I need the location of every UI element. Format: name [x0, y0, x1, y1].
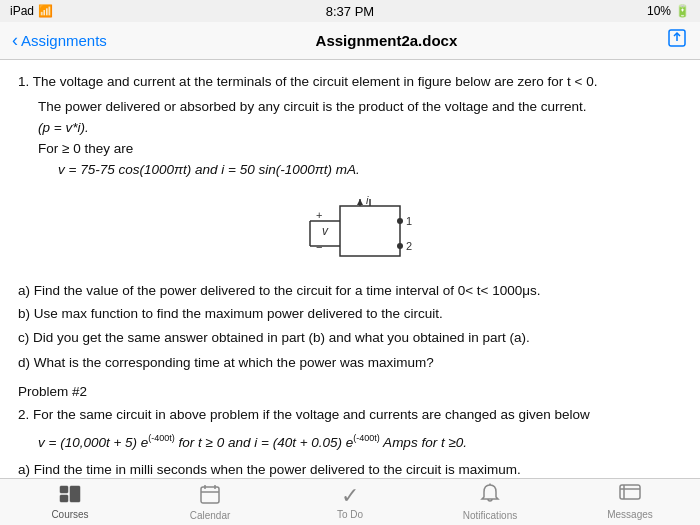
- tab-bar: Courses Calendar ✓ To Do Notifications: [0, 478, 700, 525]
- q1-formula2-block: v = 75-75 cos(1000πt) and i = 50 sin(-10…: [18, 160, 682, 181]
- q2-exp2: (-400t): [353, 433, 380, 443]
- q1-line2: The power delivered or absorbed by any c…: [38, 99, 587, 114]
- wifi-icon: 📶: [38, 4, 53, 18]
- q1-header: 1. The voltage and current at the termin…: [18, 72, 682, 93]
- courses-icon: [58, 484, 82, 507]
- q1b: b) Use max function to find the maximum …: [18, 304, 682, 325]
- circuit-svg: + − v i 1 2: [270, 191, 430, 271]
- q1-formula1-block: (p = v*i).: [18, 118, 682, 139]
- q1a: a) Find the value of the power delivered…: [18, 281, 682, 302]
- q2-line: For the same circuit in above problem if…: [33, 407, 590, 422]
- messages-label: Messages: [607, 509, 653, 520]
- q2-intro: 2. For the same circuit in above problem…: [18, 405, 682, 426]
- svg-point-12: [397, 218, 403, 224]
- q1-condition: For ≥ 0 they are: [38, 141, 133, 156]
- q2-formula-base: v = (10,000t + 5) e: [38, 435, 148, 450]
- back-chevron-icon: ‹: [12, 30, 18, 51]
- svg-text:v: v: [322, 224, 329, 238]
- svg-text:2: 2: [406, 240, 412, 252]
- svg-rect-18: [60, 495, 68, 502]
- status-right: 10% 🔋: [647, 4, 690, 18]
- svg-text:i: i: [366, 194, 369, 206]
- battery-label: 10%: [647, 4, 671, 18]
- svg-marker-10: [357, 199, 363, 205]
- svg-rect-2: [340, 206, 400, 256]
- tab-courses[interactable]: Courses: [0, 479, 140, 525]
- notifications-icon: [480, 483, 500, 508]
- q1-number: 1.: [18, 74, 29, 89]
- q2a: a) Find the time in milli seconds when t…: [18, 460, 682, 478]
- q2-exp1: (-400t): [148, 433, 175, 443]
- svg-point-14: [397, 243, 403, 249]
- q1-formula2: v = 75-75 cos(1000πt) and i = 50 sin(-10…: [58, 162, 360, 177]
- status-time: 8:37 PM: [326, 4, 374, 19]
- device-label: iPad: [10, 4, 34, 18]
- status-left: iPad 📶: [10, 4, 53, 18]
- q1d: d) What is the corresponding time at whi…: [18, 353, 682, 374]
- q2-number: 2.: [18, 407, 29, 422]
- q1-line1: The voltage and current at the terminals…: [33, 74, 598, 89]
- question-1: 1. The voltage and current at the termin…: [18, 72, 682, 374]
- svg-text:+: +: [316, 209, 322, 221]
- q2-formula-end: Amps for t ≥0.: [380, 435, 467, 450]
- q2-formula-mid: for t ≥ 0 and i = (40t + 0.05) e: [175, 435, 354, 450]
- svg-rect-17: [60, 486, 68, 493]
- problem2-header: Problem #2: [18, 382, 682, 403]
- q2-formula-block: v = (10,000t + 5) e(-400t) for t ≥ 0 and…: [38, 432, 682, 453]
- svg-text:−: −: [316, 241, 322, 253]
- calendar-icon: [199, 483, 221, 508]
- q1-line2-block: The power delivered or absorbed by any c…: [18, 97, 682, 118]
- nav-bar: ‹ Assignments Assignment2a.docx: [0, 22, 700, 60]
- svg-rect-25: [620, 485, 640, 499]
- battery-icon: 🔋: [675, 4, 690, 18]
- q1-condition-block: For ≥ 0 they are: [18, 139, 682, 160]
- tab-calendar[interactable]: Calendar: [140, 479, 280, 525]
- q2-block: 2. For the same circuit in above problem…: [18, 405, 682, 478]
- status-bar: iPad 📶 8:37 PM 10% 🔋: [0, 0, 700, 22]
- q2-sub-questions: a) Find the time in milli seconds when t…: [18, 460, 682, 478]
- q1-formula1: (p = v*i).: [38, 120, 89, 135]
- circuit-diagram: + − v i 1 2: [18, 191, 682, 271]
- todo-icon: ✓: [341, 485, 359, 507]
- q1c: c) Did you get the same answer obtained …: [18, 328, 682, 349]
- svg-rect-20: [201, 487, 219, 503]
- share-button[interactable]: [666, 27, 688, 54]
- courses-label: Courses: [51, 509, 88, 520]
- tab-messages[interactable]: Messages: [560, 479, 700, 525]
- tab-notifications[interactable]: Notifications: [420, 479, 560, 525]
- svg-text:1: 1: [406, 215, 412, 227]
- svg-rect-19: [70, 486, 80, 502]
- calendar-label: Calendar: [190, 510, 231, 521]
- document-content: 1. The voltage and current at the termin…: [0, 60, 700, 478]
- q1-sub-questions: a) Find the value of the power delivered…: [18, 281, 682, 375]
- notifications-label: Notifications: [463, 510, 517, 521]
- back-label: Assignments: [21, 32, 107, 49]
- back-button[interactable]: ‹ Assignments: [12, 30, 107, 51]
- todo-label: To Do: [337, 509, 363, 520]
- messages-icon: [619, 484, 641, 507]
- tab-todo[interactable]: ✓ To Do: [280, 479, 420, 525]
- nav-title: Assignment2a.docx: [316, 32, 458, 49]
